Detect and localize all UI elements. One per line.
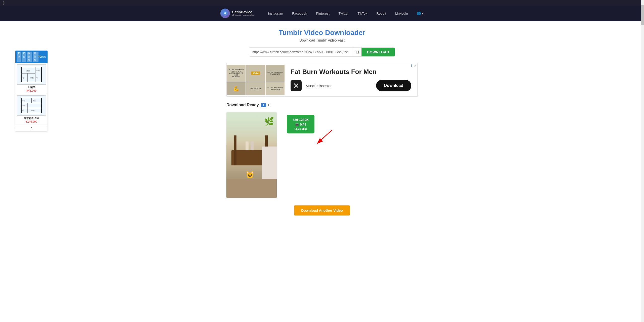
download-ready-header: Download Ready 1 0	[226, 103, 418, 107]
nav-instagram[interactable]: Instagram	[268, 12, 283, 15]
video-thumbnail: 🐱 🌿	[226, 112, 277, 198]
nav-linkedin[interactable]: Linkedin	[395, 12, 408, 15]
ad-brand-name: Muscle Booster	[306, 84, 332, 88]
side-ad-tag-4: 更新料	[33, 52, 38, 62]
lang-chevron-icon: ▾	[422, 12, 424, 15]
url-input-section: ⊡ DOWNLOAD	[5, 47, 639, 57]
nav-pinterest[interactable]: Pinterest	[316, 12, 330, 15]
svg-text:収納: 収納	[31, 110, 34, 111]
side-ad-floorplan-1: 洋室 LDK 浴 洋室 収	[17, 64, 46, 85]
format-label: 🎬 MP4	[291, 122, 310, 127]
side-ad-location-2: 東京都２３区	[17, 117, 46, 120]
ad-banner: ℹ ✕ 28-DAY WORKOUT CHALLENGE ACCORDING T…	[226, 63, 418, 97]
side-ad-boost-icon: ⊕⊕	[42, 55, 46, 58]
logo-sub: All in one Downloader	[232, 14, 254, 17]
url-input[interactable]	[249, 48, 353, 56]
svg-line-5	[317, 130, 332, 144]
side-ad-header: 私鉄 乙女 手数料 更新料 ¥0! ⊕⊕	[15, 51, 48, 63]
copy-url-button[interactable]: ⊡	[353, 48, 361, 56]
side-ad-price-2: ¥144,000	[17, 120, 46, 123]
file-size-label: (3.74 MB)	[291, 127, 310, 131]
side-ad-tag-1: 私鉄	[17, 52, 21, 62]
side-ad-collapse-button[interactable]: ∧	[15, 125, 48, 131]
nav-reddit[interactable]: Reddit	[376, 12, 386, 15]
nav-facebook[interactable]: Facebook	[292, 12, 307, 15]
resolution-label: 720-1280K	[291, 117, 310, 122]
ad-info-icon[interactable]: ℹ	[411, 64, 412, 67]
ad-close-icon[interactable]: ✕	[414, 64, 416, 67]
ad-action-area: Muscle Booster Download	[291, 80, 411, 91]
download-ready-section: Download Ready 1 0	[226, 103, 418, 216]
svg-text:洋室: 洋室	[26, 70, 30, 71]
globe-icon: 🌐	[417, 12, 421, 15]
side-ad-zero-fee: ¥0!	[38, 55, 42, 58]
ad-title: Fat Burn Workouts For Men	[291, 68, 411, 76]
side-ad-tag-3: 手数料	[27, 52, 32, 62]
svg-text:浴: 浴	[22, 110, 24, 111]
scrollbar-thumb[interactable]	[641, 5, 644, 25]
nav-tiktok[interactable]: TikTok	[358, 12, 368, 15]
ad-content: Fat Burn Workouts For Men Muscle Booster…	[285, 63, 417, 96]
side-ad-item-1[interactable]: 洋室 LDK 浴 洋室 収 川越市 ¥43,000	[15, 63, 48, 94]
logo-text-block: GetinDevice All in one Downloader	[232, 10, 254, 17]
download-zero: 0	[268, 103, 270, 107]
svg-text:収: 収	[36, 77, 38, 79]
arrow-indicator	[312, 127, 337, 149]
side-ad-price-1: ¥43,000	[17, 89, 46, 92]
svg-text:洋室: 洋室	[22, 100, 25, 101]
video-icon: 🎬	[295, 122, 299, 127]
nav-twitter[interactable]: Twitter	[339, 12, 349, 15]
svg-text:洋室: 洋室	[30, 77, 34, 79]
video-download-area: 🐱 🌿 720-1280K 🎬 MP4 (3.74 MB)	[226, 112, 418, 198]
side-ad-location-1: 川越市	[17, 86, 46, 89]
down-arrow-icon[interactable]: ❯	[3, 1, 5, 5]
url-bar: ⊡ DOWNLOAD	[249, 47, 395, 57]
download-ready-label: Download Ready	[226, 103, 259, 107]
svg-text:洋室: 洋室	[33, 100, 36, 101]
page-main: Tumblr Video Downloader Download Tumblr …	[0, 21, 644, 322]
ad-controls: ℹ ✕	[411, 64, 416, 67]
side-ad-tags: 私鉄 乙女 手数料 更新料	[17, 52, 38, 62]
side-ad-item-2[interactable]: 洋室 洋室 LDK 浴 収納 東京都２３区 ¥144,000	[15, 94, 48, 125]
side-ad: 私鉄 乙女 手数料 更新料 ¥0! ⊕⊕ 洋室 LDK 浴 洋室 収 川越市 ¥…	[15, 50, 48, 131]
side-ad-tag-2: 乙女	[22, 52, 26, 62]
top-browser-bar: ❯	[0, 0, 644, 6]
navbar: G GetinDevice All in one Downloader Inst…	[0, 6, 644, 21]
download-count-badge: 1	[261, 103, 266, 107]
download-options: 720-1280K 🎬 MP4 (3.74 MB)	[287, 112, 418, 133]
page-subtitle: Download Tumblr Video Fast	[5, 38, 639, 42]
ad-image: 28-DAY WORKOUT CHALLENGE ACCORDING TO AG…	[227, 65, 285, 95]
svg-text:LDK: LDK	[36, 70, 40, 71]
download-button[interactable]: DOWNLOAD	[361, 48, 395, 56]
download-option-720p[interactable]: 720-1280K 🎬 MP4 (3.74 MB)	[287, 115, 314, 133]
svg-text:G: G	[224, 12, 226, 15]
svg-text:浴: 浴	[23, 77, 24, 79]
nav-language-selector[interactable]: 🌐 ▾	[417, 12, 424, 15]
collapse-arrow-icon: ∧	[30, 126, 33, 130]
side-ad-floorplan-2: 洋室 洋室 LDK 浴 収納	[17, 95, 46, 116]
logo-icon: G	[220, 9, 230, 18]
ad-download-button[interactable]: Download	[376, 80, 411, 91]
ad-brand-logo	[291, 80, 302, 91]
another-video-button[interactable]: Download Another Video	[294, 205, 350, 216]
svg-rect-6	[21, 67, 42, 82]
nav-logo[interactable]: G GetinDevice All in one Downloader	[220, 9, 254, 18]
scrollbar[interactable]	[641, 0, 644, 322]
logo-name: GetinDevice	[232, 10, 254, 14]
page-title: Tumblr Video Downloader	[5, 29, 639, 37]
svg-text:LDK: LDK	[22, 105, 25, 106]
